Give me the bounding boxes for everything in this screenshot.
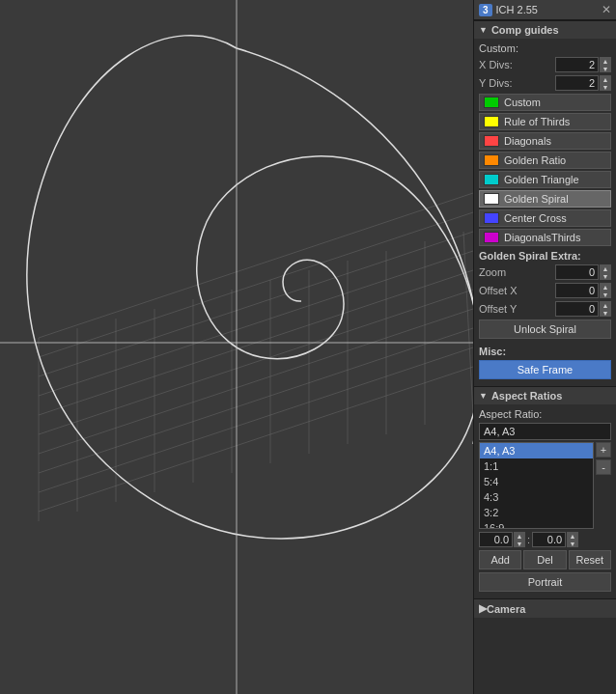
golden-spiral-btn[interactable]: Golden Spiral xyxy=(479,190,611,208)
ar-label: Aspect Ratio: xyxy=(479,408,542,420)
camera-header[interactable]: ▶ Camera xyxy=(474,598,616,618)
ar-value2-spinners: ▲ ▼ xyxy=(567,532,578,547)
ar-value-row: ▲ ▼ : ▲ ▼ xyxy=(479,532,611,547)
y-divs-up[interactable]: ▲ xyxy=(600,75,611,83)
x-divs-input[interactable] xyxy=(555,57,599,72)
y-divs-label: Y Divs: xyxy=(479,77,555,89)
rule-of-thirds-swatch xyxy=(484,116,499,127)
diagonals-label: Diagonals xyxy=(504,135,551,147)
x-divs-down[interactable]: ▼ xyxy=(600,65,611,72)
ar-item-1-1[interactable]: 1:1 xyxy=(480,458,593,474)
diagonals-thirds-label: DiagonalsThirds xyxy=(504,232,580,243)
aspect-ratios-header[interactable]: ▼ Aspect Ratios xyxy=(474,386,616,404)
ar-v2-up[interactable]: ▲ xyxy=(567,532,578,540)
ar-list[interactable]: A4, A3 1:1 5:4 4:3 3:2 16:9 16:10 xyxy=(479,442,594,529)
golden-spiral-label: Golden Spiral xyxy=(504,193,569,205)
extra-label: Golden Spiral Extra: xyxy=(479,250,611,262)
offset-y-up[interactable]: ▲ xyxy=(600,301,611,309)
misc-label: Misc: xyxy=(479,346,611,357)
close-button[interactable]: ✕ xyxy=(602,3,611,16)
ar-item-a4a3[interactable]: A4, A3 xyxy=(480,443,593,458)
diagonals-thirds-btn[interactable]: DiagonalsThirds xyxy=(479,229,611,246)
diagonals-thirds-swatch xyxy=(484,232,499,243)
golden-spiral-swatch xyxy=(484,193,499,205)
custom-color-swatch xyxy=(484,97,499,108)
zoom-row: Zoom ▲ ▼ xyxy=(479,264,611,280)
x-divs-row: X Divs: ▲ ▼ xyxy=(479,57,611,72)
offset-x-row: Offset X ▲ ▼ xyxy=(479,283,611,298)
aspect-ratios-arrow: ▼ xyxy=(479,391,488,401)
zoom-label: Zoom xyxy=(479,266,555,278)
ar-item-16-9[interactable]: 16:9 xyxy=(480,520,593,529)
ar-item-3-2[interactable]: 3:2 xyxy=(480,505,593,520)
offset-y-row: Offset Y ▲ ▼ xyxy=(479,301,611,317)
offset-x-up[interactable]: ▲ xyxy=(600,283,611,291)
custom-guide-label: Custom xyxy=(504,97,541,108)
ar-list-container: A4, A3 1:1 5:4 4:3 3:2 16:9 16:10 + - xyxy=(479,442,611,529)
zoom-input[interactable] xyxy=(555,264,599,280)
camera-label: Camera xyxy=(487,603,525,615)
portrait-btn[interactable]: Portrait xyxy=(479,572,611,592)
center-cross-btn[interactable]: Center Cross xyxy=(479,209,611,227)
diagonals-btn[interactable]: Diagonals xyxy=(479,132,611,150)
offset-y-label: Offset Y xyxy=(479,303,555,315)
comp-guides-header[interactable]: ▼ Comp guides xyxy=(474,20,616,39)
golden-ratio-label: Golden Ratio xyxy=(504,154,566,166)
offset-x-spinners: ▲ ▼ xyxy=(600,283,611,298)
custom-label-row: Custom: xyxy=(479,42,611,54)
zoom-down[interactable]: ▼ xyxy=(600,272,611,280)
offset-x-label: Offset X xyxy=(479,285,555,296)
y-divs-spinners: ▲ ▼ xyxy=(600,75,611,91)
golden-triangle-label: Golden Triangle xyxy=(504,174,579,185)
center-cross-label: Center Cross xyxy=(504,212,567,224)
app-icon: 3 xyxy=(479,4,492,16)
ar-value2-input[interactable] xyxy=(532,532,566,547)
zoom-up[interactable]: ▲ xyxy=(600,264,611,272)
ar-v1-up[interactable]: ▲ xyxy=(514,532,525,540)
offset-y-down[interactable]: ▼ xyxy=(600,309,611,317)
viewport xyxy=(0,0,473,694)
ar-label-row: Aspect Ratio: xyxy=(479,408,611,420)
ar-v2-down[interactable]: ▼ xyxy=(567,540,578,547)
rule-of-thirds-label: Rule of Thirds xyxy=(504,116,570,127)
app-title: ICH 2.55 xyxy=(496,4,602,15)
camera-arrow: ▶ xyxy=(479,602,487,615)
comp-guides-content: Custom: X Divs: ▲ ▼ Y Divs: ▲ ▼ Custom xyxy=(474,39,616,386)
golden-triangle-btn[interactable]: Golden Triangle xyxy=(479,171,611,188)
aspect-ratios-content: Aspect Ratio: A4, A3 1:1 5:4 4:3 3:2 16:… xyxy=(474,404,616,598)
ar-value1-input[interactable] xyxy=(479,532,513,547)
comp-guides-label: Comp guides xyxy=(491,24,559,36)
title-bar: 3 ICH 2.55 ✕ xyxy=(474,0,616,20)
ar-display-input[interactable] xyxy=(479,423,611,440)
x-divs-spinners: ▲ ▼ xyxy=(600,57,611,72)
ar-add-plus-btn[interactable]: + xyxy=(596,442,611,458)
aspect-ratios-label: Aspect Ratios xyxy=(491,390,562,402)
offset-y-spinners: ▲ ▼ xyxy=(600,301,611,317)
ar-item-5-4[interactable]: 5:4 xyxy=(480,474,593,489)
y-divs-down[interactable]: ▼ xyxy=(600,83,611,91)
x-divs-up[interactable]: ▲ xyxy=(600,57,611,65)
offset-x-input[interactable] xyxy=(555,283,599,298)
offset-y-input[interactable] xyxy=(555,301,599,317)
y-divs-row: Y Divs: ▲ ▼ xyxy=(479,75,611,91)
ar-remove-minus-btn[interactable]: - xyxy=(596,459,611,475)
right-panel: 3 ICH 2.55 ✕ ▼ Comp guides Custom: X Div… xyxy=(473,0,616,694)
add-ar-btn[interactable]: Add xyxy=(479,550,521,569)
golden-ratio-btn[interactable]: Golden Ratio xyxy=(479,152,611,169)
offset-x-down[interactable]: ▼ xyxy=(600,291,611,298)
custom-guide-btn[interactable]: Custom xyxy=(479,94,611,111)
custom-label: Custom: xyxy=(479,42,518,54)
safe-frame-btn[interactable]: Safe Frame xyxy=(479,360,611,379)
ar-v1-down[interactable]: ▼ xyxy=(514,540,525,547)
comp-guides-arrow: ▼ xyxy=(479,25,488,35)
rule-of-thirds-btn[interactable]: Rule of Thirds xyxy=(479,113,611,130)
y-divs-input[interactable] xyxy=(555,75,599,91)
del-ar-btn[interactable]: Del xyxy=(523,550,566,569)
ar-item-4-3[interactable]: 4:3 xyxy=(480,489,593,505)
reset-ar-btn[interactable]: Reset xyxy=(569,550,611,569)
diagonals-swatch xyxy=(484,135,499,147)
x-divs-label: X Divs: xyxy=(479,59,555,70)
viewport-canvas xyxy=(0,0,473,694)
unlock-spiral-btn[interactable]: Unlock Spiral xyxy=(479,319,611,339)
golden-ratio-swatch xyxy=(484,154,499,166)
